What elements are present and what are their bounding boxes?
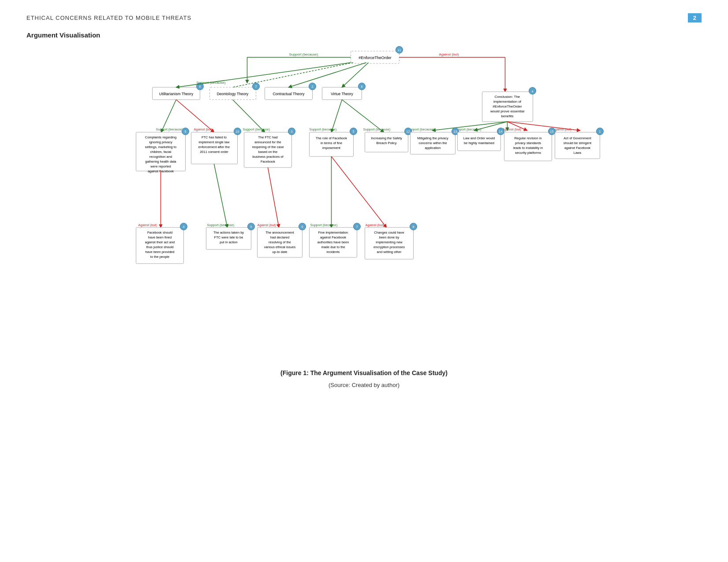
svg-text:Against (but): Against (but) [258,223,276,227]
svg-text:implementation of: implementation of [493,100,522,104]
svg-text:Changes could have: Changes could have [374,231,404,234]
figure-source: (Source: Created by author) [26,382,702,388]
svg-text:9: 9 [185,130,187,133]
svg-text:Breach Policy: Breach Policy [377,141,397,145]
svg-text:The FTC had: The FTC had [258,135,277,139]
svg-line-51 [332,100,342,132]
svg-text:been done by: been done by [379,235,399,239]
svg-line-128 [268,167,279,227]
svg-text:8: 8 [413,225,414,228]
svg-text:ignoring privacy: ignoring privacy [149,140,172,144]
svg-text:made due to the: made due to the [321,245,345,249]
svg-text:4: 4 [532,90,534,93]
svg-text:in terms of fine: in terms of fine [321,141,342,145]
svg-text:implementing new: implementing new [376,240,403,244]
svg-text:Increasing the Safety: Increasing the Safety [371,136,402,140]
svg-text:2: 2 [312,85,314,88]
svg-text:15: 15 [550,130,554,133]
page-title: ETHICAL CONCERNS RELATED TO MOBILE THREA… [26,15,191,21]
svg-text:Support (because): Support (because) [207,223,235,227]
section-title: Argument Visualisation [26,31,702,39]
svg-text:Support (because): Support (because) [243,127,270,131]
svg-text:Against (but): Against (but) [439,52,459,56]
svg-text:Virtue Theory: Virtue Theory [331,92,353,96]
svg-text:8: 8 [361,85,363,88]
svg-text:implement single law: implement single law [199,140,230,144]
svg-text:various ethical issues: various ethical issues [264,245,296,249]
page-number: 2 [688,13,702,22]
svg-text:13: 13 [454,130,457,133]
svg-text:Facebook: Facebook [261,160,275,164]
svg-line-35 [176,63,351,87]
svg-text:would prove essential: would prove essential [490,109,524,113]
svg-text:thus justice should: thus justice should [146,245,174,249]
page-container: ETHICAL CONCERNS RELATED TO MOBILE THREA… [0,0,728,562]
svg-text:recognition and: recognition and [149,155,172,159]
svg-line-37 [289,63,366,87]
svg-text:enforcement after the: enforcement after the [198,145,230,149]
svg-text:privacy standards: privacy standards [515,141,541,145]
svg-text:be highly maintained: be highly maintained [464,141,494,145]
svg-text:Conclusion: The: Conclusion: The [495,95,520,99]
svg-text:have been fined: have been fined [148,235,172,239]
svg-text:encryption processes: encryption processes [373,245,405,249]
svg-text:5: 5 [250,225,252,228]
svg-text:against Facebook: against Facebook [564,146,590,150]
svg-text:Law and Order would: Law and Order would [463,136,495,140]
svg-text:10: 10 [236,130,239,133]
svg-text:benefits: benefits [501,114,513,118]
svg-text:business practices of: business practices of [252,155,284,159]
svg-text:Against (but): Against (but) [138,223,157,227]
svg-text:Regular revision in: Regular revision in [514,136,541,140]
svg-text:4: 4 [183,225,185,228]
svg-text:Against (but): Against (but) [366,223,385,227]
svg-text:1: 1 [599,130,601,133]
svg-text:Utilitarianism Theory: Utilitarianism Theory [159,92,194,96]
svg-text:FTC were late to be: FTC were late to be [214,235,243,239]
svg-text:put in action: put in action [220,240,237,244]
svg-text:against their act and: against their act and [145,240,175,244]
svg-line-36 [233,63,353,87]
svg-text:settings, marketing to: settings, marketing to [145,145,176,149]
svg-text:Support (because): Support (because) [363,127,391,131]
svg-text:gathering health data: gathering health data [145,160,176,164]
svg-text:Contractual Theory: Contractual Theory [273,92,305,96]
svg-text:3: 3 [291,130,293,133]
svg-text:up-to date: up-to date [273,250,287,254]
svg-text:The announcement: The announcement [265,231,295,234]
svg-text:authorities have been: authorities have been [317,240,349,244]
svg-text:Complaints regarding: Complaints regarding [145,135,176,139]
svg-text:reopening of the case: reopening of the case [252,145,284,149]
svg-text:concerns within the: concerns within the [418,141,447,145]
svg-text:Support (because): Support (because) [156,127,183,131]
svg-text:were reported: were reported [150,164,171,168]
svg-text:7: 7 [255,85,257,88]
svg-text:against Facebook: against Facebook [320,235,346,239]
svg-text:12: 12 [407,130,410,133]
svg-text:Against (but): Against (but) [503,127,522,131]
svg-text:7: 7 [356,225,358,228]
svg-text:Support (because): Support (because) [310,223,338,227]
svg-text:Support (because): Support (because) [289,52,318,56]
svg-text:incidents: incidents [327,250,340,254]
svg-text:The role of Facebook: The role of Facebook [316,136,347,140]
svg-text:had declared: had declared [270,235,289,239]
diagram-svg: #EnforceTheOrder 11 Support (because) Ag… [26,43,702,361]
svg-text:#EnforceTheOrder: #EnforceTheOrder [358,56,392,60]
svg-text:The actions taken by: The actions taken by [213,231,244,234]
svg-text:and setting other: and setting other [377,250,402,254]
svg-text:Laws: Laws [574,151,582,155]
svg-text:resolving of the: resolving of the [269,240,291,244]
svg-text:6: 6 [302,225,303,228]
svg-text:leads to instability in: leads to instability in [513,146,543,150]
figure-caption: (Figure 1: The Argument Visualisation of… [26,369,702,376]
svg-text:based on the: based on the [258,150,277,154]
svg-text:Act of Government: Act of Government [564,136,591,140]
page-header: ETHICAL CONCERNS RELATED TO MOBILE THREA… [26,13,702,22]
svg-text:security platforms: security platforms [515,151,541,155]
svg-text:Against (but): Against (but) [194,127,213,131]
svg-text:imposement: imposement [322,146,341,150]
svg-text:children, facial: children, facial [150,150,172,154]
diagram-area: #EnforceTheOrder 11 Support (because) Ag… [26,43,702,361]
svg-text:FTC has failed to: FTC has failed to [202,135,227,139]
